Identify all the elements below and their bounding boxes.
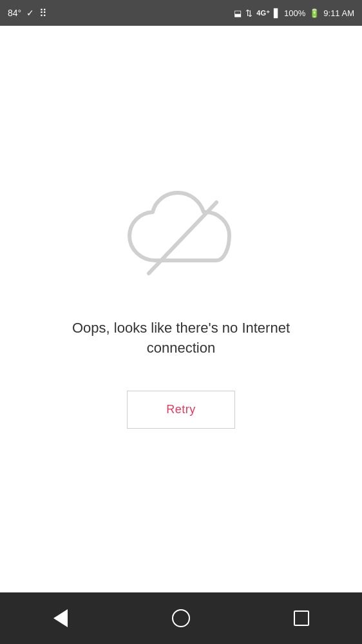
main-content: Oops, looks like there's no Internet con… bbox=[0, 26, 362, 592]
temperature-display: 84° bbox=[8, 8, 21, 18]
cloud-slash-svg bbox=[117, 190, 245, 293]
error-message: Oops, looks like there's no Internet con… bbox=[59, 318, 303, 358]
signal-arrows-icon: ⇅ bbox=[245, 8, 252, 18]
time-display: 9:11 AM bbox=[323, 8, 354, 18]
recents-square-icon bbox=[294, 610, 309, 626]
battery-icon: 🔋 bbox=[309, 8, 319, 18]
back-button[interactable] bbox=[41, 599, 80, 638]
back-triangle-icon bbox=[53, 609, 68, 627]
battery-label: 100% bbox=[284, 8, 305, 18]
grid-icon: ⠿ bbox=[39, 7, 47, 19]
svg-line-0 bbox=[149, 202, 216, 273]
home-circle-icon bbox=[172, 609, 190, 627]
retry-button[interactable]: Retry bbox=[127, 391, 235, 429]
network-type-label: 4G⁺ bbox=[256, 9, 270, 17]
recents-button[interactable] bbox=[282, 599, 321, 638]
signal-bars-icon: ▋ bbox=[274, 8, 280, 18]
checkmark-icon: ✓ bbox=[26, 8, 34, 18]
status-bar: 84° ✓ ⠿ ⬓ ⇅ 4G⁺ ▋ 100% 🔋 9:11 AM bbox=[0, 0, 362, 26]
nav-bar bbox=[0, 592, 362, 644]
bluetooth-icon: ⬓ bbox=[234, 8, 242, 18]
home-button[interactable] bbox=[162, 599, 200, 638]
status-bar-right: ⬓ ⇅ 4G⁺ ▋ 100% 🔋 9:11 AM bbox=[234, 8, 354, 18]
no-internet-icon bbox=[117, 190, 245, 293]
status-bar-left: 84° ✓ ⠿ bbox=[8, 7, 47, 19]
